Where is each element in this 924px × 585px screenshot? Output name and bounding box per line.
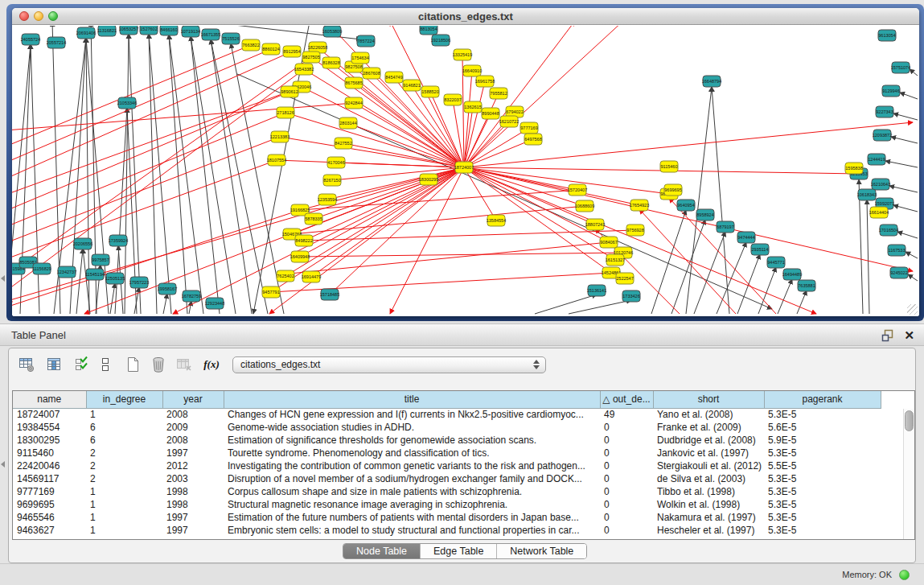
cell-short[interactable]: Stergiakouli et al. (2012) <box>653 459 764 472</box>
graph-node[interactable]: 5878335 <box>305 213 322 225</box>
cell-out_degree[interactable]: 0 <box>600 485 653 498</box>
cell-name[interactable]: 9465546 <box>13 511 86 524</box>
cell-year[interactable]: 2009 <box>162 421 224 434</box>
graph-node[interactable]: 11545194 <box>85 269 105 280</box>
cell-short[interactable]: Wolkin et al. (1998) <box>653 498 764 511</box>
table-row[interactable]: 2242004622012Investigating the contribut… <box>13 459 881 472</box>
show-columns-button[interactable] <box>44 355 64 374</box>
graph-node[interactable]: 18724007 <box>454 162 474 173</box>
graph-node[interactable]: 9245022 <box>890 267 908 278</box>
graph-node[interactable]: 16961758 <box>475 76 495 87</box>
graph-node[interactable]: 13325419 <box>453 49 472 60</box>
graph-node[interactable]: 2718126 <box>277 107 294 118</box>
cell-short[interactable]: de Silva et al. (2003) <box>653 472 764 485</box>
graph-node[interactable]: 7955812 <box>490 88 507 99</box>
cell-in_degree[interactable]: 6 <box>86 421 162 434</box>
graph-node[interactable]: 17957223 <box>129 277 149 288</box>
graph-node[interactable]: 16151327 <box>606 254 625 266</box>
graph-node[interactable]: 8813054 <box>420 26 437 35</box>
graph-node[interactable]: 16543382 <box>294 64 314 75</box>
graph-node[interactable]: 13584554 <box>487 215 506 226</box>
cell-short[interactable]: Yano et al. (2008) <box>653 408 764 421</box>
graph-node[interactable]: 21053346 <box>117 97 137 109</box>
graph-node[interactable]: 16614404 <box>869 207 889 218</box>
graph-node[interactable]: 16648794 <box>702 76 721 87</box>
column-header-pagerank[interactable]: pagerank <box>764 391 881 408</box>
table-row[interactable]: 1872400712008Changes of HCN gene express… <box>13 408 881 421</box>
graph-node[interactable]: 18107554 <box>267 154 286 166</box>
table-scrollbar[interactable] <box>903 409 914 539</box>
cell-pagerank[interactable]: 5.3E-5 <box>764 447 881 459</box>
graph-node[interactable]: 7515526 <box>222 33 240 44</box>
graph-node[interactable]: 18807243 <box>585 219 605 230</box>
graph-node[interactable]: 9827505 <box>302 51 320 63</box>
graph-node[interactable]: 17016504 <box>879 225 898 236</box>
graph-node[interactable]: 12353594 <box>318 194 337 205</box>
graph-node[interactable]: 16640910 <box>462 65 482 76</box>
graph-node[interactable]: 8466160 <box>160 26 178 35</box>
cell-in_degree[interactable]: 2 <box>86 447 162 459</box>
graph-node[interactable]: 16782759 <box>182 290 201 302</box>
tab-network-table[interactable]: Network Table <box>497 544 586 558</box>
graph-node[interactable]: 1362615 <box>464 101 482 113</box>
graph-node[interactable]: 8990448 <box>482 108 499 119</box>
cell-year[interactable]: 1998 <box>162 485 224 498</box>
column-header-in_degree[interactable]: in_degree <box>86 391 162 408</box>
cell-title[interactable]: Genome-wide association studies in ADHD. <box>224 421 600 434</box>
table-options-button[interactable] <box>17 355 36 374</box>
cell-title[interactable]: Tourette syndrome. Phenomenology and cla… <box>224 447 600 459</box>
graph-node[interactable]: 1595838 <box>845 163 863 174</box>
table-row[interactable]: 969969511998Structural magnetic resonanc… <box>13 498 881 511</box>
cell-title[interactable]: Embryonic stem cells: a model to study s… <box>224 524 600 537</box>
table-selector-dropdown[interactable]: citations_edges.txt <box>232 356 546 373</box>
graph-node[interactable]: 9640954 <box>677 200 695 211</box>
graph-node[interactable]: 1754634 <box>351 52 369 64</box>
graph-node[interactable]: 1588520 <box>421 86 439 97</box>
graph-node[interactable]: 11316821 <box>97 26 117 36</box>
table-row[interactable]: 1830029562008Estimation of significance … <box>13 434 881 447</box>
graph-node[interactable]: 10688609 <box>575 200 594 212</box>
cell-out_degree[interactable]: 49 <box>600 408 653 421</box>
graph-node[interactable]: 9474444 <box>737 232 755 243</box>
graph-node[interactable]: 7625402 <box>277 270 294 282</box>
graph-node[interactable]: 9445771 <box>767 257 785 268</box>
cell-short[interactable]: Franke et al. (2009) <box>653 421 764 434</box>
graph-node[interactable]: 16671355 <box>201 29 220 40</box>
cell-name[interactable]: 22420046 <box>13 459 86 472</box>
graph-node[interactable]: 9756928 <box>626 225 644 236</box>
graph-node[interactable]: 8860124 <box>262 43 280 55</box>
graph-node[interactable]: 9129946 <box>882 85 900 97</box>
graph-node[interactable]: 10618343 <box>857 189 877 200</box>
cell-pagerank[interactable]: 5.3E-5 <box>764 524 881 537</box>
cell-pagerank[interactable]: 5.3E-5 <box>764 511 881 524</box>
cell-out_degree[interactable]: 0 <box>600 498 653 511</box>
cell-name[interactable]: 18724007 <box>13 408 86 421</box>
graph-node[interactable]: 2803144 <box>339 117 357 129</box>
graph-node[interactable]: 6879197 <box>717 221 734 233</box>
cell-title[interactable]: Estimation of the future numbers of pati… <box>224 511 600 524</box>
cell-name[interactable]: 14569117 <box>13 472 86 485</box>
delete-column-button[interactable] <box>149 355 168 374</box>
graph-node[interactable]: 19958167 <box>158 283 177 295</box>
graph-node[interactable]: 15136141 <box>587 285 606 296</box>
cell-in_degree[interactable]: 1 <box>86 485 162 498</box>
cell-title[interactable]: Disruption of a novel member of a sodium… <box>224 472 600 485</box>
graph-node[interactable]: 12923448 <box>205 298 224 309</box>
graph-node[interactable]: 15751074 <box>891 62 910 73</box>
cell-title[interactable]: Corpus callosum shape and size in male p… <box>224 485 600 498</box>
cell-pagerank[interactable]: 5.5E-5 <box>764 459 881 472</box>
float-panel-icon[interactable] <box>881 329 894 342</box>
graph-node[interactable]: 20206556 <box>73 238 92 249</box>
cell-short[interactable]: Tibbo et al. (1998) <box>653 485 764 498</box>
graph-node[interactable]: 8322037 <box>444 94 462 105</box>
graph-node[interactable]: 8498222 <box>295 235 313 246</box>
graph-node[interactable]: 8454749 <box>385 72 403 83</box>
cell-out_degree[interactable]: 0 <box>600 434 653 447</box>
graph-node[interactable]: 16210722 <box>499 116 519 127</box>
splitter-handle-icon[interactable] <box>1 275 5 282</box>
column-header-title[interactable]: title <box>224 391 600 408</box>
cell-in_degree[interactable]: 2 <box>86 459 162 472</box>
graph-node[interactable]: 19218506 <box>431 35 450 46</box>
cell-year[interactable]: 1997 <box>162 511 224 524</box>
cell-short[interactable]: Dudbridge et al. (2008) <box>653 434 764 447</box>
